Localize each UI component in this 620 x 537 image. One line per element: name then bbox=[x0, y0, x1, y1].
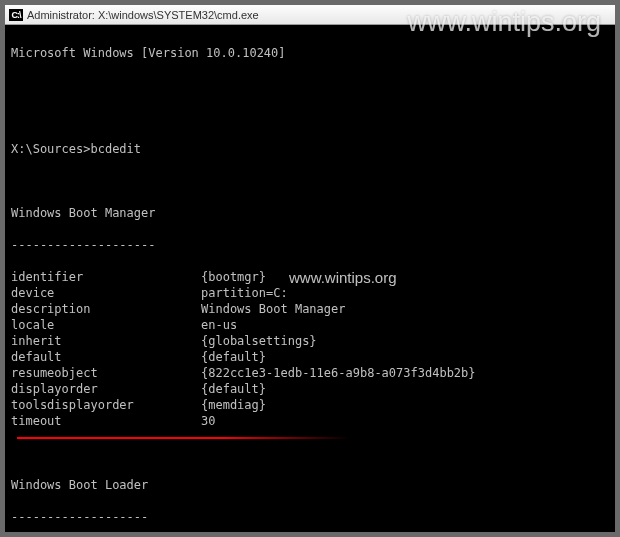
section-dash: -------------------- bbox=[11, 237, 609, 253]
section-title: Windows Boot Manager bbox=[11, 205, 609, 221]
cmd-icon: C:\ bbox=[9, 9, 23, 21]
config-key: identifier bbox=[11, 269, 201, 285]
window-frame: C:\ Administrator: X:\windows\SYSTEM32\c… bbox=[0, 0, 620, 537]
config-key: toolsdisplayorder bbox=[11, 397, 201, 413]
config-value: partition=C: bbox=[201, 285, 609, 301]
watermark-top: www.wintips.org bbox=[407, 7, 601, 38]
config-row: resumeobject{822cc1e3-1edb-11e6-a9b8-a07… bbox=[11, 365, 609, 381]
config-key: description bbox=[11, 301, 201, 317]
config-row: inherit{globalsettings} bbox=[11, 333, 609, 349]
config-value: {default} bbox=[201, 349, 609, 365]
config-value: Windows Boot Manager bbox=[201, 301, 609, 317]
config-key: resumeobject bbox=[11, 365, 201, 381]
blank-line bbox=[11, 109, 609, 125]
config-key: default bbox=[11, 349, 201, 365]
config-row: toolsdisplayorder{memdiag} bbox=[11, 397, 609, 413]
highlight-underline bbox=[17, 437, 350, 439]
config-key: timeout bbox=[11, 413, 201, 429]
config-row: default{default} bbox=[11, 349, 609, 365]
config-value: {822cc1e3-1edb-11e6-a9b8-a073f3d4bb2b} bbox=[201, 365, 609, 381]
config-row: devicepartition=C: bbox=[11, 285, 609, 301]
config-key: device bbox=[11, 285, 201, 301]
blank-line bbox=[11, 445, 609, 461]
config-key: locale bbox=[11, 317, 201, 333]
config-value: 30 bbox=[201, 413, 609, 429]
config-value: {memdiag} bbox=[201, 397, 609, 413]
watermark-mid: www.wintips.org bbox=[289, 269, 397, 286]
config-value: en-us bbox=[201, 317, 609, 333]
config-row: timeout30 bbox=[11, 413, 609, 429]
section-title: Windows Boot Loader bbox=[11, 477, 609, 493]
blank-line bbox=[11, 173, 609, 189]
config-row: descriptionWindows Boot Manager bbox=[11, 301, 609, 317]
config-row: displayorder{default} bbox=[11, 381, 609, 397]
config-key: inherit bbox=[11, 333, 201, 349]
config-row: localeen-us bbox=[11, 317, 609, 333]
config-value: {default} bbox=[201, 381, 609, 397]
section-dash: ------------------- bbox=[11, 509, 609, 525]
blank-line bbox=[11, 77, 609, 93]
prompt-line: X:\Sources>bcdedit bbox=[11, 141, 609, 157]
window-title: Administrator: X:\windows\SYSTEM32\cmd.e… bbox=[27, 9, 259, 21]
config-key: displayorder bbox=[11, 381, 201, 397]
config-value: {globalsettings} bbox=[201, 333, 609, 349]
config-value: {bootmgr} bbox=[201, 269, 609, 285]
version-line: Microsoft Windows [Version 10.0.10240] bbox=[11, 45, 609, 61]
